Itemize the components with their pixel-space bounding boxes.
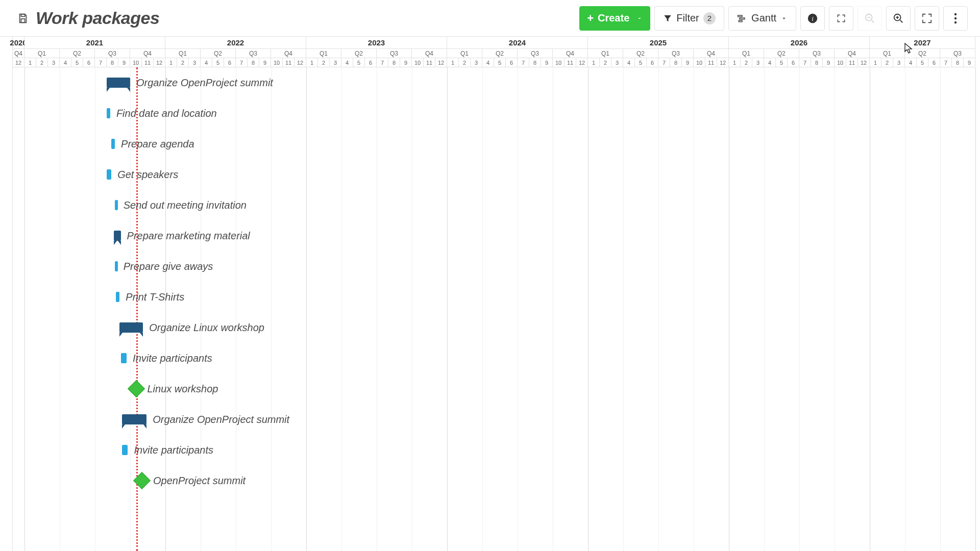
task-label: Organize OpenProject summit xyxy=(153,414,289,425)
task-row[interactable]: Prepare give aways xyxy=(13,251,980,282)
month-cell: 5 xyxy=(353,58,365,67)
month-cell: 12 xyxy=(13,58,24,67)
task-label: Organize Linux workshop xyxy=(149,322,264,334)
create-button[interactable]: + Create xyxy=(579,6,650,31)
more-menu-button[interactable] xyxy=(943,6,968,31)
month-cell: 12 xyxy=(717,58,729,67)
zoom-in-icon xyxy=(893,13,904,24)
task-bar[interactable] xyxy=(115,200,118,210)
save-icon[interactable] xyxy=(17,13,29,24)
task-row[interactable]: Organize Linux workshop xyxy=(13,312,980,343)
svg-point-9 xyxy=(954,13,957,15)
month-cell: 3 xyxy=(752,58,764,67)
task-label: Invite participants xyxy=(134,444,213,456)
summary-bar[interactable] xyxy=(122,414,146,424)
fullscreen-button[interactable] xyxy=(829,6,853,31)
gantt-body[interactable]: Organize OpenProject summitFind date and… xyxy=(13,67,980,551)
task-row[interactable]: Get speakers xyxy=(13,159,980,190)
quarter-cell: Q3 xyxy=(236,49,271,58)
month-cell: 8 xyxy=(529,58,541,67)
quarter-cell: Q3 xyxy=(940,49,975,58)
task-row[interactable]: Find date and location xyxy=(13,98,980,129)
gantt-view-button[interactable]: Gantt xyxy=(728,6,796,31)
svg-rect-1 xyxy=(21,18,24,22)
month-cell: 10 xyxy=(412,58,424,67)
info-button[interactable]: i xyxy=(800,6,825,31)
year-cell: 2022 xyxy=(165,37,306,49)
summary-bar[interactable] xyxy=(114,231,121,241)
month-cell: 2 xyxy=(318,58,330,67)
task-row[interactable]: Print T-Shirts xyxy=(13,282,980,312)
summary-bar[interactable] xyxy=(107,78,130,88)
task-label: Invite participants xyxy=(133,353,212,364)
task-row[interactable]: Invite participants xyxy=(13,343,980,373)
title-area: Work packages xyxy=(17,8,575,28)
filter-button[interactable]: Filter 2 xyxy=(654,6,724,31)
task-label: Get speakers xyxy=(117,169,178,181)
task-bar[interactable] xyxy=(122,445,128,455)
task-bar[interactable] xyxy=(107,169,111,180)
task-bar[interactable] xyxy=(121,353,127,363)
quarter-cell: Q4 xyxy=(412,49,447,58)
month-cell: 4 xyxy=(60,58,71,67)
year-cell: 2026 xyxy=(729,37,870,49)
month-cell: 11 xyxy=(565,58,576,67)
zoom-in-button[interactable] xyxy=(886,6,911,31)
mouse-cursor xyxy=(904,43,914,55)
task-row[interactable]: Prepare marketing material xyxy=(13,220,980,251)
task-bar[interactable] xyxy=(115,261,118,271)
month-cell: 2 xyxy=(177,58,189,67)
summary-bar[interactable] xyxy=(119,322,143,333)
quarter-cell: Q3 xyxy=(799,49,835,58)
month-cell: 5 xyxy=(494,58,506,67)
task-row[interactable]: Organize OpenProject summit xyxy=(13,67,980,98)
task-bar[interactable] xyxy=(116,292,119,302)
chevron-down-icon xyxy=(780,15,788,22)
quarter-cell: Q3 xyxy=(518,49,553,58)
quarter-cell: Q2 xyxy=(482,49,518,58)
quarter-cell: Q2 xyxy=(341,49,377,58)
month-cell: 5 xyxy=(917,58,928,67)
month-cell: 11 xyxy=(283,58,295,67)
quarter-cell: Q4 xyxy=(271,49,306,58)
zoom-fit-button[interactable] xyxy=(915,6,939,31)
month-cell: 5 xyxy=(776,58,788,67)
month-cell: 7 xyxy=(658,58,670,67)
quarter-cell: Q1 xyxy=(447,49,482,58)
task-row[interactable]: Organize OpenProject summit xyxy=(13,404,980,435)
month-cell: 8 xyxy=(248,58,259,67)
month-cell: 7 xyxy=(799,58,811,67)
month-cell: 1 xyxy=(24,58,36,67)
month-cell: 8 xyxy=(811,58,823,67)
task-row[interactable]: Invite participants xyxy=(13,435,980,465)
task-row[interactable]: Linux workshop xyxy=(13,373,980,404)
month-cell: 9 xyxy=(118,58,130,67)
task-row[interactable]: Prepare agenda xyxy=(13,129,980,159)
quarter-cell: Q1 xyxy=(165,49,201,58)
month-cell: 12 xyxy=(154,58,165,67)
quarter-cell: Q2 xyxy=(201,49,236,58)
month-cell: 4 xyxy=(201,58,212,67)
milestone-marker[interactable] xyxy=(133,472,151,489)
month-cell: 2 xyxy=(600,58,611,67)
milestone-marker[interactable] xyxy=(128,380,145,397)
month-cell: 5 xyxy=(71,58,83,67)
quarter-cell: Q4 xyxy=(694,49,729,58)
task-bar[interactable] xyxy=(111,139,115,149)
zoom-out-button[interactable] xyxy=(857,6,882,31)
quarter-cell: Q4 xyxy=(130,49,165,58)
task-label: Find date and location xyxy=(116,108,217,119)
month-cell: 11 xyxy=(846,58,858,67)
month-cell: 9 xyxy=(682,58,694,67)
task-bar[interactable] xyxy=(107,108,110,118)
svg-text:i: i xyxy=(812,15,814,22)
expand-icon xyxy=(921,13,933,24)
kebab-icon xyxy=(954,13,957,24)
month-cell: 1 xyxy=(306,58,318,67)
month-cell: 9 xyxy=(259,58,271,67)
task-row[interactable]: Send out meeting invitation xyxy=(13,190,980,220)
month-cell: 7 xyxy=(377,58,388,67)
month-cell: 4 xyxy=(482,58,494,67)
gantt-chart[interactable]: 20202021202220232024202520262027 Q4Q1Q2Q… xyxy=(12,37,980,551)
task-row[interactable]: OpenProject summit xyxy=(13,465,980,496)
